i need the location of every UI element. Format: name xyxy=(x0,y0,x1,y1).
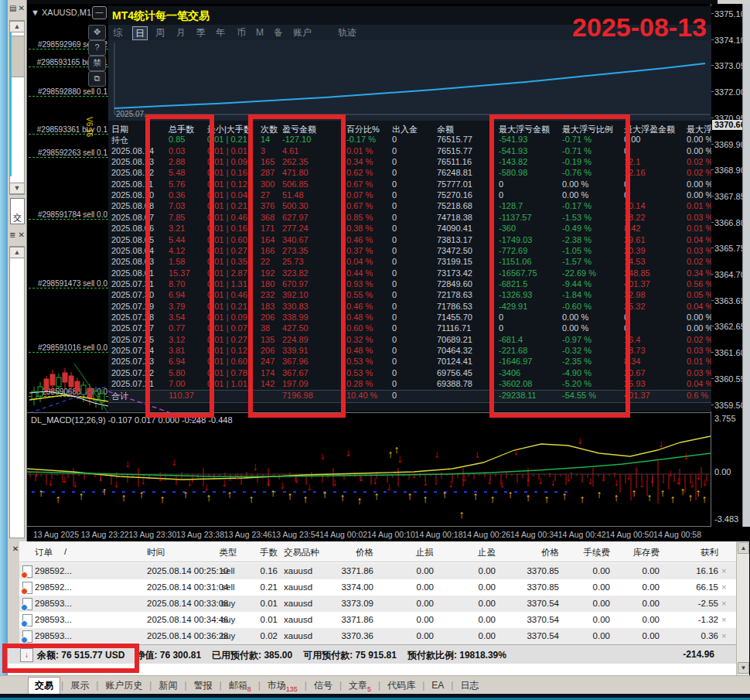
stats-cell: 0.93 % xyxy=(346,279,373,289)
stats-cell: 0 xyxy=(392,201,397,210)
macd-indicator-pane[interactable]: DL_MACD(12,26,9) -0.107 0.017 0.000 -0.2… xyxy=(27,412,711,527)
sell-signal-icon: ↓ xyxy=(235,470,240,482)
stats-menu-item-1[interactable]: 综 xyxy=(111,26,124,39)
stats-cell: 0.03 % xyxy=(687,346,711,355)
tab-label: 信号 xyxy=(314,680,332,691)
order-close-icon[interactable]: × xyxy=(721,566,726,575)
orders-header-profit[interactable]: 获利 xyxy=(660,547,718,558)
tab-警报[interactable]: 警报 xyxy=(188,678,219,694)
terminal-tabs: 交易|展示|账户历史|新闻|警报|邮箱8|市场135|信号|文章5|代码库|EA… xyxy=(28,677,485,694)
stats-menu-item-9[interactable]: 备 xyxy=(271,26,285,39)
tab-邮箱[interactable]: 邮箱8 xyxy=(223,678,257,694)
order-close-icon[interactable]: × xyxy=(721,615,726,624)
orders-header-lots[interactable]: 手数 xyxy=(248,547,278,558)
tab-label: 文章 xyxy=(349,680,367,691)
tab-文章[interactable]: 文章5 xyxy=(343,678,377,694)
sell-signal-icon: ↓ xyxy=(346,446,351,459)
sell-signal-icon: ↓ xyxy=(172,456,177,468)
order-close-icon[interactable]: × xyxy=(721,631,726,640)
buy-signal-icon: ↑ xyxy=(508,488,513,500)
order-type: sell xyxy=(209,566,247,575)
dock-scrollbar-2[interactable] xyxy=(9,246,25,538)
stats-menu-item-track[interactable]: 轨迹 xyxy=(336,26,359,39)
sell-signal-icon: ↓ xyxy=(141,474,146,487)
macd-scale-label: 3.755 xyxy=(714,414,736,423)
window-icon[interactable]: ⧉ xyxy=(88,71,106,87)
sell-signal-icon: ↓ xyxy=(448,477,454,490)
buy-signal-icon: ↑ xyxy=(121,491,127,504)
stats-header-cell[interactable]: 余额 xyxy=(437,124,454,135)
orders-header-price[interactable]: 价格 xyxy=(327,547,373,558)
tab-label: 邮箱 xyxy=(229,680,247,691)
tab-新闻[interactable]: 新闻 xyxy=(152,678,183,694)
stats-header-cell[interactable]: 百分比% xyxy=(346,124,380,135)
sell-signal-icon: ↓ xyxy=(98,471,104,483)
tab-交易[interactable]: 交易 xyxy=(28,677,60,694)
scroll-down-icon[interactable]: ▼ xyxy=(9,183,25,194)
tab-EA[interactable]: EA xyxy=(425,678,450,692)
tab-展示[interactable]: 展示 xyxy=(64,678,95,694)
orders-scrollbar[interactable]: ▲ ▼ xyxy=(736,541,749,675)
buy-signal-icon: ↑ xyxy=(490,493,496,505)
tab-信号[interactable]: 信号 xyxy=(308,678,339,694)
sell-signal-icon: ↓ xyxy=(696,470,701,482)
buy-signal-icon: ↑ xyxy=(139,488,145,500)
sell-signal-icon: ↓ xyxy=(684,449,689,462)
close-icon[interactable]: ✕ xyxy=(19,4,25,16)
tab-代码库[interactable]: 代码库 xyxy=(381,678,421,694)
price-tick-mark xyxy=(711,91,714,92)
mini-chart-axis-label: 2025.07. xyxy=(116,110,146,118)
sort-indicator: / xyxy=(64,547,72,556)
stats-header-cell[interactable]: 出入金 xyxy=(392,124,418,135)
orders-header-price2[interactable]: 价格 xyxy=(505,547,559,558)
orders-header-row[interactable]: 订单时间类型手数交易品种价格止损止盈价格手续费库存费获利/ xyxy=(19,541,736,562)
order-close-icon[interactable]: × xyxy=(721,599,726,608)
order-close-icon[interactable]: × xyxy=(721,582,726,592)
help-icon[interactable]: ? xyxy=(88,40,106,56)
stats-menu-item-8[interactable]: M xyxy=(254,26,266,39)
symbol-text: XAUUSD,M1 xyxy=(42,8,91,17)
stats-menu-item-4[interactable]: 月 xyxy=(174,26,188,39)
order-sl: 0.00 xyxy=(384,631,434,640)
stats-header-cell[interactable]: 最大浮盈金额 xyxy=(624,124,675,135)
orders-header-sl[interactable]: 止损 xyxy=(384,547,434,558)
tab-label: 代码库 xyxy=(387,680,415,691)
stats-header-cell[interactable]: 日期 xyxy=(111,124,128,135)
order-row[interactable]: 298593...2025.08.14 00:34:46buy0.01xauus… xyxy=(19,612,736,628)
tab-badge: 8 xyxy=(247,685,251,693)
tab-账户历史[interactable]: 账户历史 xyxy=(99,678,148,694)
dock-vertical-tab[interactable]: 交 xyxy=(10,198,25,224)
orders-header-type[interactable]: 类型 xyxy=(209,547,247,558)
stats-menu-item-5[interactable]: 季 xyxy=(194,26,208,39)
orders-header-commission[interactable]: 手续费 xyxy=(565,547,610,558)
orders-header-tp[interactable]: 止盈 xyxy=(445,547,496,558)
scroll-up-icon[interactable]: ▲ xyxy=(738,542,749,554)
tab-日志[interactable]: 日志 xyxy=(454,678,485,694)
chart-minimize-button[interactable]: — xyxy=(92,6,107,19)
order-row[interactable]: 298592...2025.08.14 00:25:10sell0.16xauu… xyxy=(19,563,736,579)
tab-badge: 135 xyxy=(286,685,298,693)
orders-header-swap[interactable]: 库存费 xyxy=(615,547,660,558)
close-icon[interactable]: ✕ xyxy=(19,230,25,243)
stats-menu-item-6[interactable]: 年 xyxy=(213,26,227,39)
scroll-up-icon[interactable]: ▲ xyxy=(9,247,25,258)
stats-menu-item-7[interactable]: 币 xyxy=(234,26,248,39)
window-scrollbar[interactable] xyxy=(742,4,750,527)
tab-市场[interactable]: 市场135 xyxy=(261,678,304,694)
buy-signal-icon: ↑ xyxy=(423,493,428,505)
scroll-down-icon[interactable]: ▼ xyxy=(738,662,749,674)
stats-header-cell[interactable]: 最大浮盈比例 xyxy=(687,124,711,135)
orders-header-symbol[interactable]: 交易品种 xyxy=(284,547,329,558)
stats-menu-item-2[interactable]: 日 xyxy=(132,26,148,40)
balance-curve xyxy=(108,40,711,121)
order-row[interactable]: 298592...2025.08.14 00:31:04sell0.21xauu… xyxy=(19,579,736,596)
stats-menu-item-10[interactable]: 账户 xyxy=(291,26,314,39)
order-row[interactable]: 298593...2025.08.14 00:36:28buy0.02xauus… xyxy=(19,628,736,644)
move-icon[interactable]: ✥ xyxy=(88,25,106,40)
disable-icon[interactable]: 禁 xyxy=(88,56,106,71)
price-tick-label: 3362.65 xyxy=(714,322,744,331)
order-row[interactable]: 298593...2025.08.14 00:33:08buy0.01xauus… xyxy=(19,596,736,612)
scrollbar-thumb[interactable] xyxy=(11,36,25,77)
scroll-up-icon[interactable]: ▲ xyxy=(9,21,25,32)
stats-menu-item-3[interactable]: 周 xyxy=(153,26,167,39)
